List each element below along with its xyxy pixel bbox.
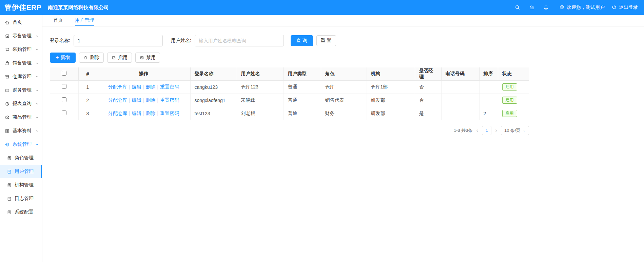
chevron-down-icon xyxy=(35,88,39,92)
user-name-input[interactable] xyxy=(195,35,284,46)
tab-user-management[interactable]: 用户管理 xyxy=(75,15,94,26)
sidebar-item-label: 商品管理 xyxy=(13,114,32,120)
search-icon[interactable] xyxy=(515,5,520,10)
table-row: 3 分配仓库|编辑|删除|重置密码 test123 刘老根 普通 财务 研发部 … xyxy=(50,107,529,120)
column-header-phone: 电话号码 xyxy=(441,67,479,80)
row-manager: 否 xyxy=(415,94,441,107)
row-checkbox[interactable] xyxy=(62,110,66,115)
sidebar-item-label: 首页 xyxy=(13,19,22,25)
action-separator: | xyxy=(157,110,158,116)
sidebar-item-label: 基本资料 xyxy=(13,128,32,134)
login-name-label: 登录名称: xyxy=(50,38,70,44)
app-logo: 管伊佳ERP xyxy=(0,3,42,12)
select-all-checkbox[interactable] xyxy=(62,71,66,76)
sidebar-item-role-management[interactable]: 角色管理 xyxy=(0,151,42,165)
row-type: 普通 xyxy=(284,107,321,120)
top-header: 管伊佳ERP 南通某某网络科技有限公司 欢迎您，测试用户 退出登录 xyxy=(0,0,644,15)
sidebar-item-system[interactable]: 系统管理 xyxy=(0,138,42,151)
logout-button[interactable]: 退出登录 xyxy=(611,4,638,11)
sidebar-item-warehouse[interactable]: 仓库管理 xyxy=(0,70,42,83)
reset-button[interactable]: 重 置 xyxy=(316,35,336,46)
enable-button[interactable]: 启用 xyxy=(107,53,132,63)
disable-button[interactable]: 禁用 xyxy=(135,53,160,63)
add-button-label: 新增 xyxy=(60,55,70,61)
reset-password-link[interactable]: 重置密码 xyxy=(160,110,179,116)
row-checkbox[interactable] xyxy=(62,97,66,102)
retail-icon xyxy=(5,34,10,39)
sidebar-item-user-management[interactable]: 用户管理 xyxy=(0,165,42,178)
add-button[interactable]: + 新增 xyxy=(50,53,76,63)
sidebar-item-products[interactable]: 商品管理 xyxy=(0,110,42,124)
bell-icon[interactable] xyxy=(543,5,549,10)
delete-link[interactable]: 删除 xyxy=(146,97,155,103)
row-org: 研发部 xyxy=(367,107,415,120)
company-name: 南通某某网络科技有限公司 xyxy=(48,4,109,11)
reset-password-link[interactable]: 重置密码 xyxy=(160,97,179,103)
sidebar-item-basic-data[interactable]: 基本资料 xyxy=(0,124,42,138)
product-icon xyxy=(5,115,10,120)
row-phone xyxy=(441,94,479,107)
sidebar-item-reports[interactable]: 报表查询 xyxy=(0,97,42,110)
row-checkbox[interactable] xyxy=(62,84,66,89)
next-page-icon[interactable]: › xyxy=(494,127,498,133)
delete-link[interactable]: 删除 xyxy=(146,84,155,89)
column-header-name: 用户姓名 xyxy=(237,67,284,80)
chevron-down-icon xyxy=(35,61,39,65)
sidebar-item-finance[interactable]: 财务管理 xyxy=(0,83,42,97)
assign-warehouse-link[interactable]: 分配仓库 xyxy=(108,97,127,103)
column-header-actions: 操作 xyxy=(97,67,190,80)
sidebar-item-label: 销售管理 xyxy=(13,60,32,66)
assign-warehouse-link[interactable]: 分配仓库 xyxy=(108,84,127,89)
bank-icon[interactable] xyxy=(529,5,534,10)
logout-text: 退出登录 xyxy=(619,4,638,11)
x-square-icon xyxy=(140,56,144,60)
chevron-down-icon xyxy=(35,102,39,106)
tab-home[interactable]: 首页 xyxy=(53,15,63,26)
delete-button[interactable]: 删除 xyxy=(79,53,104,63)
delete-link[interactable]: 删除 xyxy=(146,110,155,116)
row-index: 3 xyxy=(78,107,97,120)
search-button[interactable]: 查 询 xyxy=(291,35,313,46)
sidebar-item-retail[interactable]: 零售管理 xyxy=(0,29,42,43)
assign-warehouse-link[interactable]: 分配仓库 xyxy=(108,110,127,116)
power-icon xyxy=(611,4,617,11)
row-actions: 分配仓库|编辑|删除|重置密码 xyxy=(97,107,190,120)
sidebar-item-log-management[interactable]: 日志管理 xyxy=(0,192,42,205)
chevron-down-icon xyxy=(35,116,39,119)
row-manager: 否 xyxy=(415,80,441,94)
basic-data-icon xyxy=(5,128,10,134)
prev-page-icon[interactable]: ‹ xyxy=(476,127,479,133)
column-header-login: 登录名称 xyxy=(190,67,237,80)
welcome-text: 欢迎您，测试用户 xyxy=(567,4,605,11)
reset-password-link[interactable]: 重置密码 xyxy=(160,84,179,89)
row-login: cangku123 xyxy=(190,80,237,94)
row-manager: 是 xyxy=(415,107,441,120)
chevron-up-icon xyxy=(35,143,39,146)
sidebar-item-label: 角色管理 xyxy=(15,155,34,161)
user-name-label: 用户姓名: xyxy=(171,38,191,44)
sidebar-item-system-config[interactable]: 系统配置 xyxy=(0,205,42,219)
sidebar-item-label: 采购管理 xyxy=(13,46,32,53)
page-number-current[interactable]: 1 xyxy=(482,126,491,135)
filter-row: 登录名称: 用户姓名: 查 询 重 置 xyxy=(50,35,637,46)
edit-link[interactable]: 编辑 xyxy=(132,97,141,103)
sidebar-item-label: 系统配置 xyxy=(15,209,34,215)
row-type: 普通 xyxy=(284,80,321,94)
column-header-role: 角色 xyxy=(321,67,367,80)
content-area: 登录名称: 用户姓名: 查 询 重 置 + 新增 删除 xyxy=(42,26,644,135)
sidebar-item-org-management[interactable]: 机构管理 xyxy=(0,178,42,192)
sidebar-item-label: 财务管理 xyxy=(13,87,32,93)
row-role: 销售代表 xyxy=(321,94,367,107)
page-size-select[interactable]: 10 条/页 ⌄ xyxy=(501,126,529,135)
edit-link[interactable]: 编辑 xyxy=(132,110,141,116)
welcome-user[interactable]: 欢迎您，测试用户 xyxy=(559,4,605,11)
row-index: 2 xyxy=(78,94,97,107)
action-separator: | xyxy=(143,97,144,103)
column-header-index: # xyxy=(78,67,97,80)
login-name-input[interactable] xyxy=(74,35,163,46)
home-icon xyxy=(5,20,10,25)
sidebar-item-sales[interactable]: 销售管理 xyxy=(0,56,42,70)
sidebar-item-purchase[interactable]: 采购管理 xyxy=(0,43,42,56)
sidebar-item-home[interactable]: 首页 xyxy=(0,16,42,29)
edit-link[interactable]: 编辑 xyxy=(132,84,141,89)
